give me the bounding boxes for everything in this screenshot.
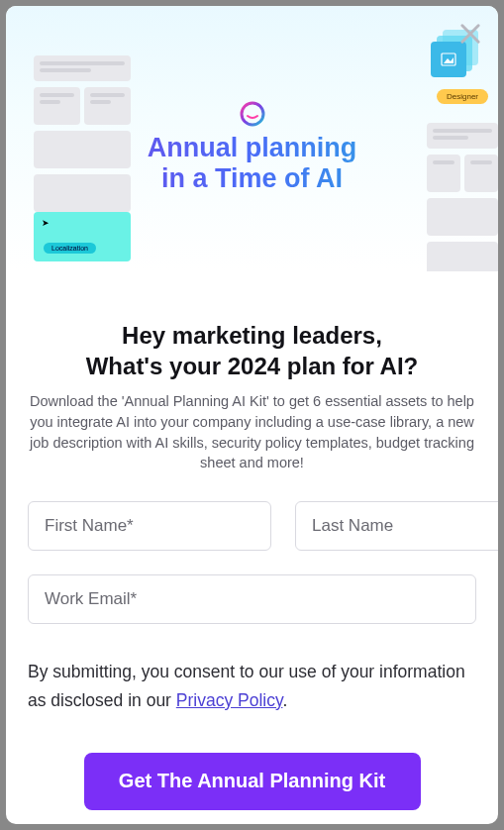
work-email-input[interactable] [28,574,476,624]
svg-point-4 [242,103,263,125]
hero-title-line2: in a Time of AI [161,163,343,193]
modal-content: Hey marketing leaders, What's your 2024 … [6,271,498,810]
hero-title-line1: Annual planning [148,133,356,162]
get-kit-button[interactable]: Get The Annual Planning Kit [84,753,421,810]
first-name-input[interactable] [28,501,271,551]
heading: Hey marketing leaders, What's your 2024 … [28,321,476,381]
hero-image: ➤ Localization Designer [6,6,498,271]
consent-suffix: . [282,690,287,710]
name-row [28,501,476,551]
consent-text: By submitting, you consent to our use of… [28,658,476,715]
modal-dialog: ➤ Localization Designer [6,6,498,824]
localization-card: ➤ Localization [34,212,131,261]
privacy-policy-link[interactable]: Privacy Policy [176,690,283,710]
designer-tag: Designer [437,89,488,104]
cursor-icon: ➤ [42,218,50,228]
localization-tag: Localization [44,243,96,254]
hero-title: Annual planning in a Time of AI [6,133,498,194]
brand-logo-icon [240,101,265,127]
last-name-input[interactable] [295,501,498,551]
heading-line2: What's your 2024 plan for AI? [86,353,419,379]
svg-marker-3 [444,57,454,63]
description-text: Download the 'Annual Planning AI Kit' to… [28,391,476,472]
close-icon[interactable] [456,20,484,48]
heading-line1: Hey marketing leaders, [122,322,382,349]
